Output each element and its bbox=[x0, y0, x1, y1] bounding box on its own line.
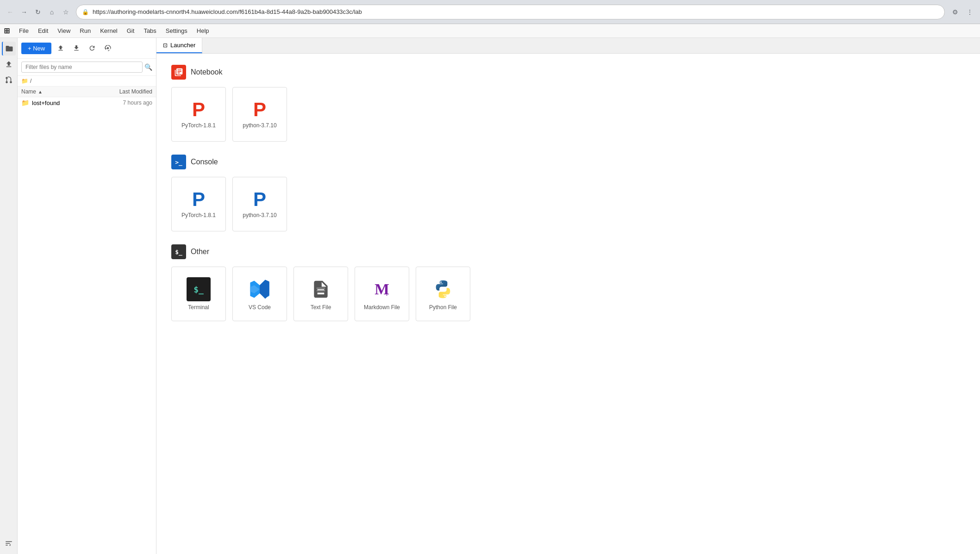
secure-icon: 🔒 bbox=[82, 9, 89, 15]
menu-button[interactable]: ⋮ bbox=[963, 6, 976, 19]
markdown-icon: M ↓ bbox=[370, 277, 394, 301]
list-item[interactable]: 📁 lost+found 7 hours ago bbox=[18, 97, 156, 108]
menu-view[interactable]: View bbox=[54, 25, 74, 36]
back-button[interactable]: ← bbox=[4, 6, 17, 19]
launcher-tab[interactable]: ⊡ Launcher bbox=[156, 38, 202, 53]
upload-button[interactable] bbox=[54, 42, 67, 55]
console-pytorch-icon: P bbox=[192, 190, 205, 209]
column-name[interactable]: Name ▲ bbox=[21, 88, 101, 95]
text-file-card[interactable]: Text File bbox=[293, 267, 348, 321]
pytorch-label: PyTorch-1.8.1 bbox=[181, 122, 216, 129]
notebook-pytorch-card[interactable]: P PyTorch-1.8.1 bbox=[171, 87, 226, 142]
folder-icon: 📁 bbox=[21, 78, 28, 84]
bookmark-button[interactable]: ☆ bbox=[59, 6, 72, 19]
vscode-icon bbox=[248, 277, 272, 301]
pytorch-icon: P bbox=[192, 100, 205, 119]
other-section-header: $_ Other bbox=[171, 244, 965, 259]
main-content: + New 🔍 📁 / bbox=[0, 38, 980, 554]
sort-arrow-icon: ▲ bbox=[38, 89, 43, 94]
nav-buttons: ← → ↻ ⌂ ☆ bbox=[4, 6, 72, 19]
markdown-file-card[interactable]: M ↓ Markdown File bbox=[355, 267, 409, 321]
new-button[interactable]: + New bbox=[21, 43, 51, 54]
file-browser: + New 🔍 📁 / bbox=[18, 38, 156, 554]
search-submit-button[interactable]: 🔍 bbox=[144, 63, 152, 71]
menu-git[interactable]: Git bbox=[123, 25, 138, 36]
extensions-button[interactable]: ⚙ bbox=[949, 6, 961, 19]
sidebar-git-icon[interactable] bbox=[2, 73, 16, 87]
file-modified: 7 hours ago bbox=[101, 100, 152, 106]
svg-text:↓: ↓ bbox=[385, 290, 388, 297]
svg-point-2 bbox=[6, 81, 8, 83]
notebook-section: Notebook P PyTorch-1.8.1 P python-3.7.10 bbox=[171, 65, 965, 142]
terminal-card[interactable]: $_ Terminal bbox=[171, 267, 226, 321]
address-bar[interactable]: 🔒 https://authoring-modelarts-cnnorth4.h… bbox=[76, 5, 945, 19]
sidebar-upload-icon[interactable] bbox=[2, 57, 16, 71]
file-name: lost+found bbox=[32, 100, 101, 106]
tab-bar: ⊡ Launcher bbox=[156, 38, 980, 54]
text-file-icon bbox=[309, 277, 333, 301]
notebook-section-title: Notebook bbox=[191, 68, 223, 76]
terminal-icon: $_ bbox=[187, 277, 211, 301]
console-section-header: >_ Console bbox=[171, 155, 965, 169]
forward-button[interactable]: → bbox=[18, 6, 31, 19]
console-pytorch-card[interactable]: P PyTorch-1.8.1 bbox=[171, 177, 226, 231]
text-file-label: Text File bbox=[311, 304, 331, 311]
notebook-section-header: Notebook bbox=[171, 65, 965, 80]
console-python-card[interactable]: P python-3.7.10 bbox=[232, 177, 287, 231]
app-layout: ⊞ File Edit View Run Kernel Git Tabs Set… bbox=[0, 24, 980, 554]
refresh-button[interactable] bbox=[86, 42, 99, 55]
tab-launcher-icon: ⊡ bbox=[163, 42, 168, 49]
breadcrumb: 📁 / bbox=[18, 76, 156, 87]
svg-point-1 bbox=[6, 77, 8, 79]
menu-tabs[interactable]: Tabs bbox=[140, 25, 160, 36]
console-section-icon: >_ bbox=[171, 155, 186, 169]
svg-rect-5 bbox=[317, 287, 325, 289]
browser-chrome: ← → ↻ ⌂ ☆ 🔒 https://authoring-modelarts-… bbox=[0, 0, 980, 24]
markdown-file-label: Markdown File bbox=[364, 304, 400, 311]
console-python-icon: P bbox=[253, 190, 266, 209]
python-file-icon bbox=[431, 277, 455, 301]
app-logo: ⊞ bbox=[4, 26, 10, 35]
console-pytorch-label: PyTorch-1.8.1 bbox=[181, 212, 216, 218]
menu-run[interactable]: Run bbox=[76, 25, 94, 36]
menu-settings[interactable]: Settings bbox=[162, 25, 191, 36]
launcher-content: Notebook P PyTorch-1.8.1 P python-3.7.10 bbox=[156, 54, 980, 554]
download-button[interactable] bbox=[70, 42, 83, 55]
menu-kernel[interactable]: Kernel bbox=[96, 25, 121, 36]
url-text: https://authoring-modelarts-cnnorth4.hua… bbox=[93, 8, 362, 15]
folder-icon: 📁 bbox=[21, 99, 29, 106]
terminal-label: Terminal bbox=[188, 304, 209, 311]
breadcrumb-path: / bbox=[30, 78, 31, 84]
file-browser-toolbar: + New bbox=[18, 38, 156, 59]
git-button[interactable] bbox=[101, 42, 114, 55]
menu-file[interactable]: File bbox=[15, 25, 32, 36]
menu-help[interactable]: Help bbox=[193, 25, 213, 36]
browser-actions: ⚙ ⋮ bbox=[949, 6, 976, 19]
console-python-label: python-3.7.10 bbox=[243, 212, 276, 218]
sidebar-icons bbox=[0, 38, 18, 554]
vscode-card[interactable]: VS Code bbox=[232, 267, 287, 321]
python-notebook-icon: P bbox=[253, 100, 266, 119]
tab-launcher-label: Launcher bbox=[170, 42, 195, 49]
other-cards-row: $_ Terminal bbox=[171, 267, 965, 321]
python-file-label: Python File bbox=[429, 304, 457, 311]
other-section-title: Other bbox=[191, 248, 209, 256]
other-section: $_ Other $_ Terminal bbox=[171, 244, 965, 321]
file-list: 📁 lost+found 7 hours ago bbox=[18, 97, 156, 554]
home-button[interactable]: ⌂ bbox=[45, 6, 58, 19]
file-list-header: Name ▲ Last Modified bbox=[18, 87, 156, 97]
console-cards-row: P PyTorch-1.8.1 P python-3.7.10 bbox=[171, 177, 965, 231]
reload-button[interactable]: ↻ bbox=[31, 6, 44, 19]
sidebar-files-icon[interactable] bbox=[2, 42, 16, 56]
menu-edit[interactable]: Edit bbox=[34, 25, 52, 36]
notebook-python-card[interactable]: P python-3.7.10 bbox=[232, 87, 287, 142]
sidebar-extensions-icon[interactable] bbox=[2, 536, 16, 550]
notebook-section-icon bbox=[171, 65, 186, 80]
column-modified[interactable]: Last Modified bbox=[101, 88, 152, 95]
launcher-area: ⊡ Launcher Notebook P bbox=[156, 38, 980, 554]
menu-bar: ⊞ File Edit View Run Kernel Git Tabs Set… bbox=[0, 24, 980, 38]
console-section-title: Console bbox=[191, 158, 218, 166]
svg-rect-4 bbox=[317, 290, 325, 292]
python-file-card[interactable]: Python File bbox=[416, 267, 470, 321]
search-input[interactable] bbox=[21, 62, 143, 73]
